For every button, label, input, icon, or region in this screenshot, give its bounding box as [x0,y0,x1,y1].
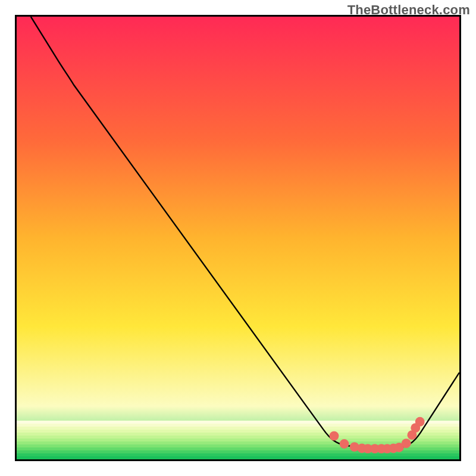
highlight-dot [402,439,411,448]
highlight-dot [340,439,349,449]
highlight-dot [415,417,425,427]
watermark-text: TheBottleneck.com [347,2,470,18]
chart-frame: TheBottleneck.com [0,0,476,476]
highlight-dot [330,431,339,441]
plot-area [15,15,461,461]
highlight-dots-layer [17,17,459,459]
